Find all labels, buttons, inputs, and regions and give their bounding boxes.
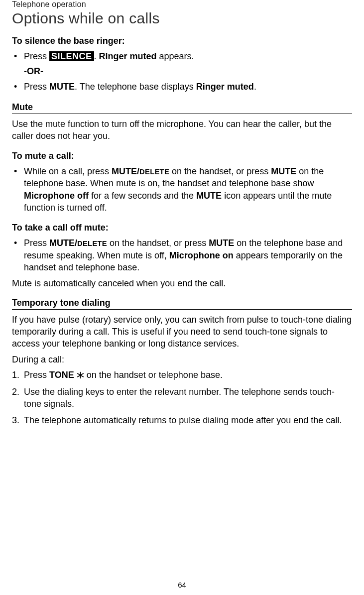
tone-during: During a call:: [12, 354, 352, 365]
text: .: [254, 82, 256, 92]
text: . The telephone base displays: [75, 82, 196, 92]
text: for a few seconds and the: [89, 191, 196, 201]
list-item: The telephone automatically returns to p…: [12, 414, 352, 426]
button-label-mute: MUTE: [209, 238, 234, 248]
text: appears.: [157, 51, 194, 61]
button-label-mute: MUTE: [49, 82, 75, 92]
asterisk-icon: [77, 370, 84, 382]
display-msg: Ringer muted: [196, 82, 254, 92]
display-msg: Ringer muted: [99, 51, 157, 61]
list-item: Press SILENCE. Ringer muted appears.: [12, 50, 352, 62]
mute-note: Mute is automatically canceled when you …: [12, 277, 352, 289]
heading-mute: Mute: [12, 102, 352, 114]
list-item: Use the dialing keys to enter the releva…: [12, 386, 352, 410]
text: on the handset or telephone base.: [84, 370, 223, 380]
text: on the handset, or press: [107, 238, 209, 248]
text: .: [94, 51, 99, 61]
list-item: While on a call, press MUTE/DELETE on th…: [12, 165, 352, 214]
heading-silence-ringer: To silence the base ringer:: [12, 36, 352, 46]
heading-mute-call: To mute a call:: [12, 151, 352, 161]
heading-tone-dialing: Temporary tone dialing: [12, 298, 352, 310]
heading-unmute-call: To take a call off mute:: [12, 223, 352, 233]
text: Press: [24, 82, 49, 92]
list-item: Press MUTE/DELETE on the handset, or pre…: [12, 237, 352, 273]
chapter-label: Telephone operation: [12, 0, 352, 9]
text: Press: [24, 370, 49, 380]
button-label-mute-delete: MUTE/DELETE: [112, 166, 169, 176]
mute-icon-label: MUTE: [196, 191, 222, 201]
text: While on a call, press: [24, 166, 112, 176]
list-item: Press MUTE. The telephone base displays …: [12, 81, 352, 93]
tone-intro: If you have pulse (rotary) service only,…: [12, 314, 352, 350]
button-label-silence: SILENCE: [49, 51, 94, 61]
button-label-tone: TONE: [49, 370, 74, 380]
text: Press: [24, 51, 49, 61]
button-label-mute: MUTE: [271, 166, 296, 176]
text: Press: [24, 238, 49, 248]
button-label-mute-delete: MUTE/DELETE: [49, 238, 107, 248]
list-item: Press TONE on the handset or telephone b…: [12, 369, 352, 382]
text: on the handset, or press: [169, 166, 271, 176]
page-number: 64: [0, 581, 364, 589]
display-msg: Microphone off: [24, 191, 89, 201]
or-separator: -OR-: [12, 66, 352, 77]
page-title: Options while on calls: [12, 10, 352, 27]
display-msg: Microphone on: [169, 250, 234, 260]
mute-intro: Use the mute function to turn off the mi…: [12, 118, 352, 142]
